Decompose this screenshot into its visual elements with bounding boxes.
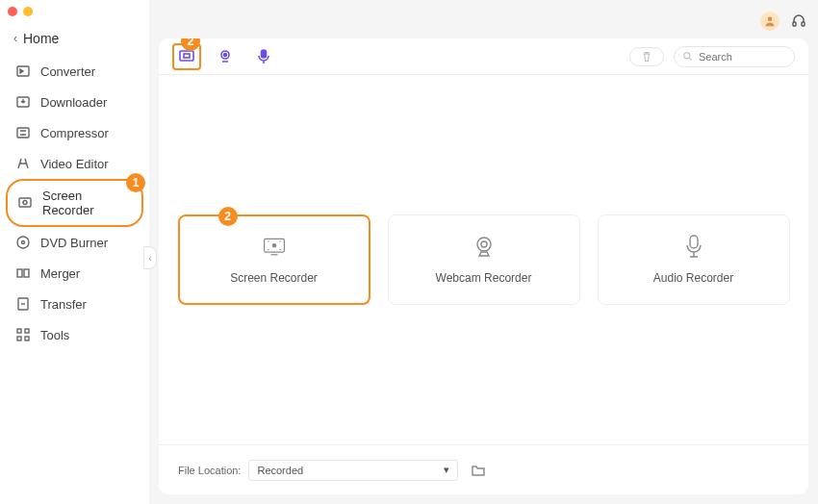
svg-rect-27 (690, 236, 698, 248)
sidebar-item-label: Converter (40, 64, 95, 79)
chevron-left-icon: ‹ (13, 32, 17, 45)
screen-recorder-icon (17, 195, 33, 211)
svg-point-5 (17, 237, 29, 248)
sidebar: ‹ Home Converter Downloader Compressor V… (0, 0, 149, 504)
card-screen-recorder[interactable]: 2 Screen Recorder (178, 214, 371, 305)
svg-rect-10 (17, 329, 21, 333)
sidebar-item-label: Screen Recorder (42, 189, 132, 217)
sidebar-item-screen-recorder[interactable]: Screen Recorder 1 (6, 179, 143, 227)
video-editor-icon (15, 156, 31, 171)
svg-rect-15 (793, 22, 796, 26)
sidebar-item-label: Tools (40, 328, 69, 342)
card-label: Screen Recorder (230, 271, 318, 285)
svg-point-22 (684, 53, 690, 59)
mode-audio-button[interactable] (249, 43, 278, 70)
svg-rect-7 (17, 269, 22, 277)
sidebar-item-label: Video Editor (40, 157, 109, 171)
content-panel: 2 2 Screen Recorder (159, 38, 808, 494)
recorder-cards: 2 Screen Recorder Webcam Recorder Audio … (159, 75, 808, 444)
chevron-down-icon: ▾ (444, 464, 449, 476)
sidebar-item-converter[interactable]: Converter (6, 56, 143, 87)
sidebar-item-video-editor[interactable]: Video Editor (6, 148, 143, 179)
svg-rect-3 (19, 198, 31, 207)
dropdown-value: Recorded (257, 465, 303, 476)
card-label: Webcam Recorder (436, 271, 532, 285)
downloader-icon (15, 94, 31, 110)
sidebar-item-label: Transfer (40, 297, 87, 312)
svg-rect-18 (184, 54, 190, 58)
sidebar-item-label: Compressor (40, 126, 109, 140)
svg-rect-11 (25, 329, 29, 333)
svg-point-24 (272, 244, 275, 247)
support-icon[interactable] (789, 12, 808, 31)
tools-icon (15, 327, 31, 342)
audio-recorder-icon (681, 235, 706, 260)
transfer-icon (15, 296, 31, 312)
panel-header: 2 (159, 38, 808, 75)
compressor-icon (15, 125, 31, 140)
minimize-window-button[interactable] (23, 7, 33, 16)
collapse-sidebar-button[interactable]: ‹ (143, 246, 157, 269)
converter-icon (15, 63, 31, 79)
main-area: 2 2 Screen Recorder (149, 0, 818, 504)
svg-rect-12 (17, 337, 21, 340)
svg-point-4 (23, 201, 27, 205)
svg-rect-16 (802, 22, 805, 26)
sidebar-item-tools[interactable]: Tools (6, 319, 143, 350)
sidebar-item-downloader[interactable]: Downloader (6, 87, 143, 117)
svg-point-26 (481, 241, 487, 247)
file-location-dropdown[interactable]: Recorded ▾ (248, 460, 458, 481)
mode-webcam-button[interactable] (211, 43, 240, 70)
card-webcam-recorder[interactable]: Webcam Recorder (388, 214, 580, 305)
mode-screen-button[interactable]: 2 (172, 43, 201, 70)
sidebar-item-dvd-burner[interactable]: DVD Burner (6, 227, 143, 258)
search-field[interactable] (674, 46, 795, 67)
screen-recorder-icon (262, 235, 287, 260)
svg-point-20 (224, 53, 227, 56)
svg-point-25 (477, 238, 491, 251)
search-input[interactable] (699, 51, 808, 63)
sidebar-item-compressor[interactable]: Compressor (6, 117, 143, 148)
sidebar-item-label: Downloader (40, 95, 107, 110)
topbar (159, 6, 808, 37)
svg-rect-17 (180, 51, 193, 61)
card-audio-recorder[interactable]: Audio Recorder (598, 214, 790, 305)
titlebar (0, 0, 149, 23)
svg-point-14 (768, 17, 773, 22)
file-location-label: File Location: (178, 465, 241, 476)
open-folder-button[interactable] (470, 462, 487, 479)
svg-rect-21 (262, 50, 267, 58)
svg-rect-2 (17, 128, 29, 138)
search-icon (682, 51, 693, 62)
sidebar-item-merger[interactable]: Merger (6, 258, 143, 289)
panel-footer: File Location: Recorded ▾ (159, 444, 808, 494)
trash-button[interactable] (629, 47, 664, 66)
svg-point-6 (22, 241, 25, 244)
annotation-badge-1: 1 (126, 173, 145, 192)
annotation-badge-2: 2 (218, 207, 238, 226)
annotation-badge-2: 2 (181, 38, 200, 51)
home-label: Home (23, 31, 59, 46)
sidebar-nav: Converter Downloader Compressor Video Ed… (0, 56, 149, 350)
home-nav[interactable]: ‹ Home (0, 23, 149, 56)
user-avatar[interactable] (760, 12, 780, 31)
sidebar-item-transfer[interactable]: Transfer (6, 289, 143, 319)
svg-rect-13 (25, 337, 29, 340)
merger-icon (15, 265, 31, 281)
sidebar-item-label: Merger (40, 266, 80, 281)
close-window-button[interactable] (8, 7, 17, 16)
dvd-burner-icon (15, 235, 31, 250)
svg-rect-8 (24, 269, 29, 277)
sidebar-item-label: DVD Burner (40, 236, 108, 250)
card-label: Audio Recorder (653, 271, 733, 285)
webcam-recorder-icon (472, 235, 497, 260)
